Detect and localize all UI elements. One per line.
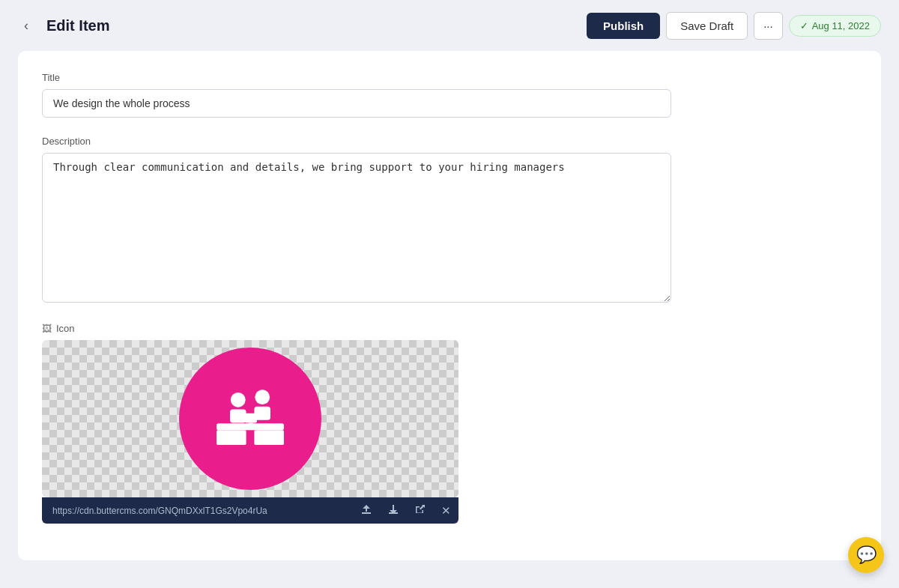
publish-button[interactable]: Publish	[587, 13, 660, 39]
svg-point-0	[231, 392, 246, 407]
image-url-bar: ✕	[42, 497, 458, 524]
people-desk-icon	[209, 385, 291, 452]
svg-rect-5	[217, 430, 246, 445]
svg-rect-7	[245, 413, 257, 423]
status-date: Aug 11, 2022	[812, 20, 870, 31]
image-url-input[interactable]	[42, 498, 353, 524]
svg-rect-8	[249, 422, 252, 425]
download-image-button[interactable]	[380, 497, 407, 524]
chat-button[interactable]: 💬	[848, 537, 884, 573]
icon-section: 🖼 Icon	[42, 323, 857, 524]
close-icon: ✕	[441, 504, 451, 518]
icon-image	[179, 348, 321, 490]
svg-point-2	[255, 390, 270, 404]
check-icon: ✓	[800, 20, 808, 31]
icon-label-text: Icon	[56, 323, 75, 334]
upload-icon	[360, 503, 372, 518]
icon-preview-container	[42, 340, 458, 497]
header: ‹ Edit Item Publish Save Draft ··· ✓ Aug…	[0, 0, 899, 51]
image-label-icon: 🖼	[42, 323, 52, 334]
remove-image-button[interactable]: ✕	[434, 498, 458, 524]
svg-rect-1	[230, 409, 246, 422]
title-label: Title	[42, 72, 857, 83]
description-label: Description	[42, 136, 857, 147]
description-field-group: Description	[42, 136, 857, 305]
more-options-button[interactable]: ···	[754, 12, 783, 40]
upload-image-button[interactable]	[353, 497, 380, 524]
status-badge: ✓ Aug 11, 2022	[789, 15, 881, 37]
svg-rect-6	[254, 430, 284, 445]
checkerboard-bg	[42, 340, 458, 497]
header-actions: Publish Save Draft ··· ✓ Aug 11, 2022	[587, 12, 881, 40]
external-link-icon	[414, 503, 426, 518]
icon-label: 🖼 Icon	[42, 323, 857, 334]
title-field-group: Title	[42, 72, 857, 118]
chat-icon: 💬	[856, 545, 877, 565]
title-input[interactable]	[42, 89, 671, 118]
page-title: Edit Item	[46, 17, 575, 34]
external-link-button[interactable]	[407, 497, 434, 524]
download-icon	[387, 503, 399, 518]
main-content: Title Description 🖼 Icon	[18, 51, 881, 560]
description-textarea[interactable]	[42, 153, 671, 303]
back-button[interactable]: ‹	[18, 15, 34, 37]
save-draft-button[interactable]: Save Draft	[666, 12, 748, 40]
